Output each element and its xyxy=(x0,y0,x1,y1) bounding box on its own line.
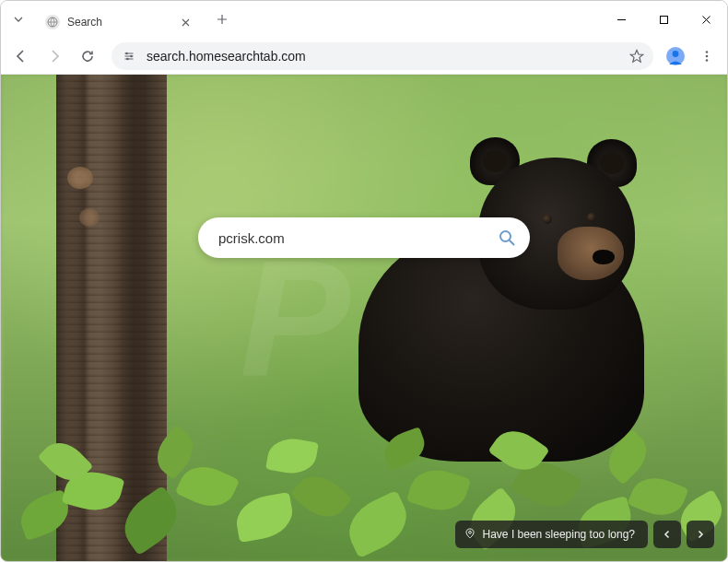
browser-tab[interactable]: Search xyxy=(36,6,202,38)
page-content: PC xyxy=(1,75,727,561)
svg-point-2 xyxy=(125,52,128,54)
bear-illustration xyxy=(349,130,653,462)
svg-point-11 xyxy=(468,531,471,533)
window-controls xyxy=(600,1,727,38)
tab-search-dropdown[interactable] xyxy=(5,6,32,33)
forward-button[interactable] xyxy=(40,41,69,71)
tab-title: Search xyxy=(67,16,178,29)
globe-icon xyxy=(45,15,60,29)
search-icon[interactable] xyxy=(493,224,521,252)
svg-point-9 xyxy=(706,59,709,62)
search-container xyxy=(198,217,530,258)
search-input[interactable] xyxy=(218,230,493,246)
caption-widget: Have I been sleeping too long? xyxy=(455,521,714,548)
svg-point-7 xyxy=(706,51,709,53)
titlebar: Search xyxy=(1,1,727,38)
site-settings-icon[interactable] xyxy=(121,50,137,63)
new-tab-button[interactable] xyxy=(209,6,235,32)
svg-point-6 xyxy=(673,51,679,57)
menu-button[interactable] xyxy=(692,41,722,71)
bookmark-icon[interactable] xyxy=(626,49,648,64)
svg-point-3 xyxy=(130,54,133,57)
url-text[interactable]: search.homesearchtab.com xyxy=(147,49,626,64)
close-window-button[interactable] xyxy=(685,1,727,38)
back-button[interactable] xyxy=(6,41,36,71)
prev-button[interactable] xyxy=(653,521,681,548)
close-icon[interactable] xyxy=(178,15,193,29)
search-box[interactable] xyxy=(198,217,530,258)
maximize-button[interactable] xyxy=(642,1,685,38)
svg-point-4 xyxy=(126,57,129,60)
svg-point-8 xyxy=(706,54,709,57)
next-button[interactable] xyxy=(687,521,714,548)
location-icon xyxy=(464,528,476,542)
caption-text: Have I been sleeping too long? xyxy=(483,528,635,541)
minimize-button[interactable] xyxy=(600,1,642,38)
reload-button[interactable] xyxy=(73,41,102,71)
background-image: PC xyxy=(1,75,727,561)
browser-toolbar: search.homesearchtab.com xyxy=(1,38,727,75)
profile-button[interactable] xyxy=(663,43,688,69)
caption-button[interactable]: Have I been sleeping too long? xyxy=(455,521,648,548)
svg-rect-1 xyxy=(660,16,667,23)
address-bar[interactable]: search.homesearchtab.com xyxy=(112,42,653,70)
